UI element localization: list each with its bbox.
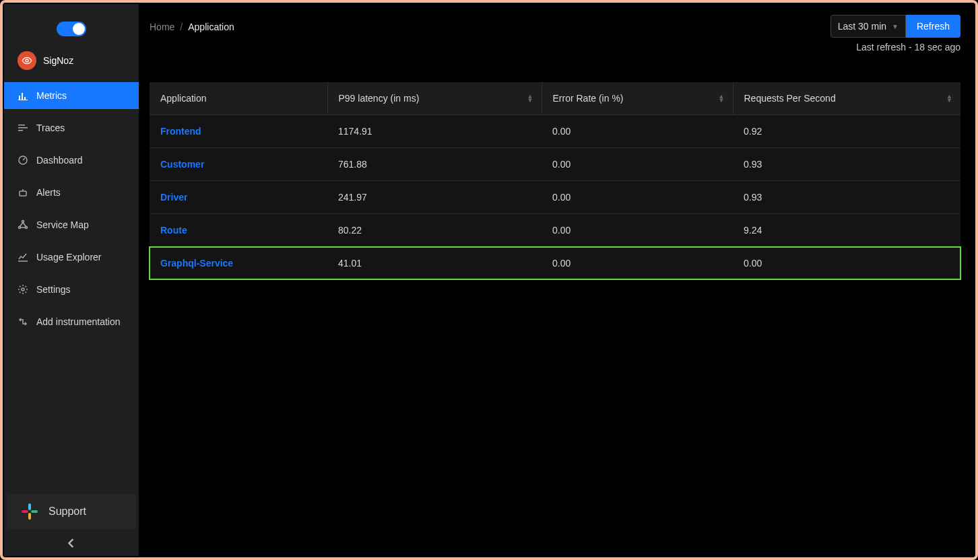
- sort-icon: ▲▼: [946, 94, 952, 102]
- dark-mode-toggle[interactable]: [57, 22, 86, 36]
- sort-icon: ▲▼: [719, 94, 725, 102]
- col-header-p99[interactable]: P99 latency (in ms)▲▼: [327, 82, 542, 115]
- svg-rect-14: [28, 503, 31, 510]
- col-header-rps[interactable]: Requests Per Second▲▼: [733, 82, 960, 115]
- sort-icon: ▲▼: [527, 94, 533, 102]
- svg-rect-16: [28, 513, 31, 520]
- svg-rect-15: [31, 510, 38, 513]
- col-header-error-rate[interactable]: Error Rate (in %)▲▼: [542, 82, 733, 115]
- svg-rect-17: [22, 510, 28, 513]
- slack-icon: [20, 502, 39, 521]
